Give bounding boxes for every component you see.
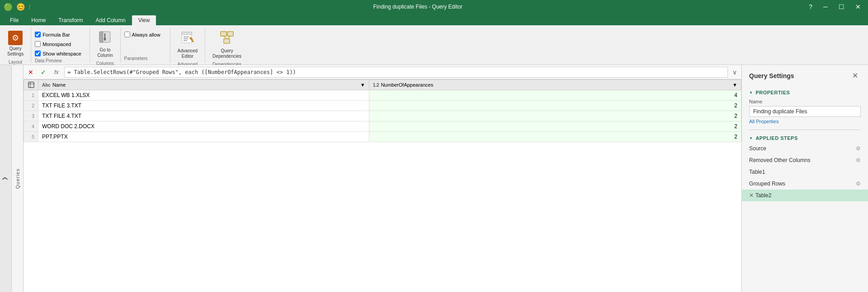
ribbon-group-parameters: Always allow Parameters [121, 27, 170, 63]
content-area: ✕ ✓ fx ∨ [24, 65, 741, 292]
svg-rect-11 [221, 32, 226, 36]
monospace-checkbox-row[interactable]: Monospaced [35, 40, 81, 48]
formula-input[interactable] [64, 67, 728, 78]
step-name-groupedRows: Grouped Rows [749, 181, 856, 187]
step-gear-source[interactable]: ⚙ [856, 145, 861, 152]
table-row: 4 WORD DOC 2.DOCX 2 [24, 121, 741, 132]
always-allow-checkbox[interactable] [124, 32, 130, 37]
table-icon [28, 82, 34, 88]
tab-view[interactable]: View [132, 15, 156, 25]
goto-column-icon [99, 31, 111, 46]
whitespace-checkbox[interactable] [35, 51, 41, 56]
qs-icon-shape: ⚙ [8, 31, 23, 45]
formula-bar-checkbox-row[interactable]: Formula Bar [35, 31, 81, 38]
cell-name: TXT FILE 4.TXT [38, 111, 369, 121]
step-gear-removedOtherColumns[interactable]: ⚙ [856, 157, 861, 163]
applied-steps-section: ▼ APPLIED STEPS Source⚙Removed Other Col… [742, 132, 868, 292]
query-settings-icon: ⚙ [8, 31, 23, 45]
formula-expand-button[interactable]: ∨ [730, 68, 740, 77]
collapse-button[interactable]: ❮ [0, 65, 12, 292]
name-prop-input[interactable] [749, 106, 861, 117]
svg-line-14 [223, 36, 226, 39]
tab-add-column[interactable]: Add Column [90, 15, 132, 25]
whitespace-checkbox-row[interactable]: Show whitespace [35, 50, 81, 57]
advanced-editor-svg [181, 31, 194, 44]
query-dependencies-button[interactable]: QueryDependencies [209, 29, 245, 61]
queries-panel: Queries [12, 65, 24, 292]
right-panel-close-button[interactable]: ✕ [849, 70, 861, 81]
table-row: 3 TXT FILE 4.TXT 2 [24, 111, 741, 121]
step-item-removedOtherColumns[interactable]: Removed Other Columns⚙ [742, 154, 868, 166]
help-button[interactable]: ? [805, 2, 816, 11]
window-title: Finding duplicate Files - Query Editor [34, 4, 802, 10]
cell-appearances: 2 [369, 111, 741, 121]
ribbon-group-dependencies: QueryDependencies Dependencies [205, 27, 249, 63]
row-number: 3 [24, 111, 38, 121]
columns-content: Go toColumn [94, 29, 116, 60]
monospace-checkbox[interactable] [35, 41, 41, 47]
cell-appearances: 2 [369, 121, 741, 132]
step-x-table2[interactable]: ✕ [749, 192, 754, 199]
ribbon-tabs: File Home Transform Add Column View [0, 14, 868, 25]
tab-transform[interactable]: Transform [52, 15, 89, 25]
formula-bar-label: Formula Bar [42, 32, 70, 37]
formula-close-button[interactable]: ✕ [25, 68, 36, 77]
col-filter-icon-name[interactable]: ▼ [360, 82, 365, 88]
advanced-editor-button[interactable]: AdvancedEditor [174, 29, 201, 61]
cell-name: TXT FILE 3.TXT [38, 101, 369, 111]
applied-steps-triangle-icon: ▼ [749, 136, 753, 140]
go-to-column-button[interactable]: Go toColumn [94, 29, 116, 60]
formula-bar-checkbox[interactable] [35, 32, 41, 37]
always-allow-checkbox-row[interactable]: Always allow [124, 31, 160, 38]
col-type-icon-name: Abc [42, 83, 51, 88]
main-layout: ❮ Queries ✕ ✓ fx ∨ [0, 65, 868, 292]
table-row: 1 EXCEL WB 1.XLSX 4 [24, 90, 741, 101]
svg-rect-12 [227, 32, 233, 36]
ribbon-group-data-preview: Formula Bar Monospaced Show whitespace D… [31, 27, 90, 63]
formula-accept-button[interactable]: ✓ [38, 68, 49, 77]
right-panel-title: Query Settings [749, 72, 794, 79]
ribbon-group-columns: Go toColumn Columns [90, 27, 120, 63]
svg-rect-16 [28, 82, 34, 88]
step-gear-groupedRows[interactable]: ⚙ [856, 181, 861, 187]
all-properties-link[interactable]: All Properties [749, 119, 861, 124]
data-grid[interactable]: Abc Name ▼ 1.2 NumberOfAppearances ▼ [24, 79, 741, 292]
name-prop-label: Name [749, 99, 861, 104]
ribbon-group-advanced: AdvancedEditor Advanced [170, 27, 205, 63]
title-bar: 🟢 😊 | Finding duplicate Files - Query Ed… [0, 0, 868, 14]
step-name-table2: Table2 [755, 192, 861, 199]
col-title-name: Name [52, 82, 66, 88]
window-controls: ? ─ ☐ ✕ [805, 2, 864, 11]
goto-column-svg [99, 31, 111, 43]
close-button[interactable]: ✕ [852, 2, 864, 11]
query-deps-svg [220, 31, 234, 44]
separator: | [29, 4, 30, 10]
col-header-name[interactable]: Abc Name ▼ [38, 80, 369, 90]
svg-rect-1 [99, 32, 103, 42]
whitespace-label: Show whitespace [42, 51, 81, 56]
app-icon: 🟢 [4, 3, 13, 11]
properties-triangle-icon: ▼ [749, 91, 753, 95]
step-name-table1: Table1 [749, 169, 861, 175]
query-deps-icon [220, 31, 234, 47]
col-header-appearances[interactable]: 1.2 NumberOfAppearances ▼ [369, 80, 741, 90]
properties-section-header: ▼ PROPERTIES [749, 90, 861, 95]
step-item-source[interactable]: Source⚙ [742, 143, 868, 154]
step-item-table2[interactable]: ✕Table2 [742, 190, 868, 201]
row-number: 2 [24, 101, 38, 111]
advanced-content: AdvancedEditor [174, 29, 201, 61]
tab-file[interactable]: File [4, 15, 25, 25]
tab-home[interactable]: Home [25, 15, 52, 25]
col-filter-icon-appearances[interactable]: ▼ [732, 82, 737, 88]
formula-bar: ✕ ✓ fx ∨ [24, 65, 741, 79]
maximize-button[interactable]: ☐ [835, 2, 848, 11]
col-type-icon-appearances: 1.2 [373, 83, 379, 88]
right-panel-header: Query Settings ✕ [742, 65, 868, 86]
query-settings-button[interactable]: ⚙ QuerySettings [4, 29, 27, 59]
cell-appearances: 4 [369, 90, 741, 101]
step-item-groupedRows[interactable]: Grouped Rows⚙ [742, 178, 868, 190]
minimize-button[interactable]: ─ [820, 2, 831, 11]
properties-section-label: PROPERTIES [755, 90, 790, 95]
always-allow-label: Always allow [132, 32, 160, 37]
step-item-table1[interactable]: Table1 [742, 166, 868, 178]
